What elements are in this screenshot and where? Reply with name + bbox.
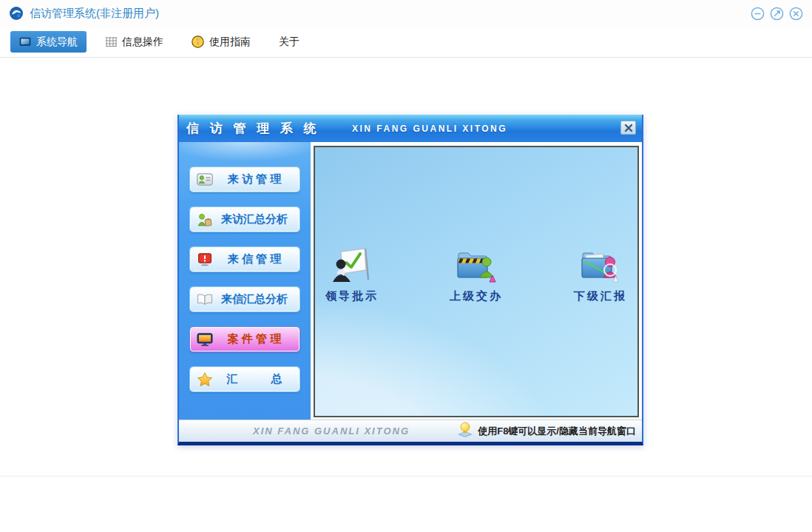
circle-restore-icon xyxy=(770,7,784,21)
folder-report-icon xyxy=(580,245,621,283)
footer-hint: 使用F8键可以显示/隐藏当前导航窗口 xyxy=(456,422,636,441)
sidebar-button-label: 来 信 管 理 xyxy=(214,252,294,266)
sidebar-button-summary[interactable]: 汇 总 xyxy=(190,367,300,391)
application-window: 信访管理系统(非注册用户) xyxy=(0,0,812,532)
alert-screen-icon xyxy=(195,253,214,266)
maximize-button[interactable] xyxy=(770,7,784,21)
star-icon xyxy=(195,372,214,386)
window-title: 信访管理系统(非注册用户) xyxy=(30,7,159,21)
sidebar-button-label: 案 件 管 理 xyxy=(214,332,294,346)
leader-flipchart-icon xyxy=(332,245,372,283)
tab-label: 系统导航 xyxy=(36,36,78,49)
tab-about[interactable]: 关于 xyxy=(270,31,308,53)
dialog-sidebar: 来 访 管 理 来访汇总分析 xyxy=(179,142,311,420)
tab-label: 使用指南 xyxy=(209,36,251,49)
footer-brand-text: XIN FANG GUANLI XITONG xyxy=(253,425,410,437)
dialog-content-panel: 领导批示 xyxy=(314,146,639,417)
window-titlebar: 信访管理系统(非注册用户) xyxy=(0,0,812,27)
person-bag-icon xyxy=(195,213,214,226)
folder-assign-icon xyxy=(456,245,497,283)
tab-user-guide[interactable]: ? 使用指南 xyxy=(183,31,260,53)
lightbulb-icon xyxy=(456,422,474,441)
close-button[interactable] xyxy=(789,7,803,21)
sidebar-button-visit-management[interactable]: 来 访 管 理 xyxy=(190,167,300,192)
dialog-title: 信 访 管 理 系 统 xyxy=(186,120,320,137)
sidebar-button-letter-summary[interactable]: 来信汇总分析 xyxy=(190,287,300,312)
dialog-body: 来 访 管 理 来访汇总分析 xyxy=(179,142,642,420)
minimize-button[interactable] xyxy=(751,7,765,21)
tab-system-navigation[interactable]: 系统导航 xyxy=(10,31,87,53)
content-item-subordinate-reports[interactable]: 下级汇报 xyxy=(565,245,636,303)
content-item-leader-instructions[interactable]: 领导批示 xyxy=(317,245,388,303)
sidebar-button-letter-management[interactable]: 来 信 管 理 xyxy=(190,247,300,272)
window-controls xyxy=(751,7,803,21)
dialog-subtitle: XIN FANG GUANLI XITONG xyxy=(352,124,507,134)
grid-icon xyxy=(106,37,117,47)
circle-x-icon xyxy=(789,7,803,21)
open-book-icon xyxy=(195,294,214,306)
tab-label: 信息操作 xyxy=(122,36,163,49)
tab-info-operations[interactable]: 信息操作 xyxy=(97,31,172,53)
visitor-card-icon xyxy=(195,173,214,186)
sidebar-button-label: 汇 总 xyxy=(214,372,294,386)
sidebar-button-label: 来 访 管 理 xyxy=(214,172,294,186)
content-item-superior-assignments[interactable]: 上级交办 xyxy=(441,245,512,303)
content-item-label: 上级交办 xyxy=(450,289,503,303)
x-icon xyxy=(623,123,634,133)
sidebar-button-visit-summary[interactable]: 来访汇总分析 xyxy=(190,207,300,232)
circle-minus-icon xyxy=(751,7,765,21)
monitor-icon xyxy=(19,37,31,47)
dialog-close-button[interactable] xyxy=(620,121,636,135)
footer-hint-text: 使用F8键可以显示/隐藏当前导航窗口 xyxy=(478,425,636,438)
help-coin-icon: ? xyxy=(192,36,204,48)
dialog-footer: XIN FANG GUANLI XITONG 使用F xyxy=(179,420,642,442)
content-item-label: 下级汇报 xyxy=(574,289,627,303)
main-canvas: 信 访 管 理 系 统 XIN FANG GUANLI XITONG xyxy=(0,58,812,477)
sidebar-button-label: 来信汇总分析 xyxy=(214,292,294,306)
case-monitor-icon xyxy=(195,333,214,346)
sidebar-button-label: 来访汇总分析 xyxy=(214,212,294,226)
cloud-globe-icon xyxy=(9,6,24,21)
main-toolbar: 系统导航 信息操作 ? xyxy=(0,27,812,58)
navigation-dialog: 信 访 管 理 系 统 XIN FANG GUANLI XITONG xyxy=(177,115,643,445)
sidebar-button-case-management[interactable]: 案 件 管 理 xyxy=(190,327,300,351)
dialog-titlebar: 信 访 管 理 系 统 XIN FANG GUANLI XITONG xyxy=(179,115,642,142)
content-item-label: 领导批示 xyxy=(325,289,379,303)
tab-label: 关于 xyxy=(279,36,300,49)
svg-text:?: ? xyxy=(195,38,200,46)
